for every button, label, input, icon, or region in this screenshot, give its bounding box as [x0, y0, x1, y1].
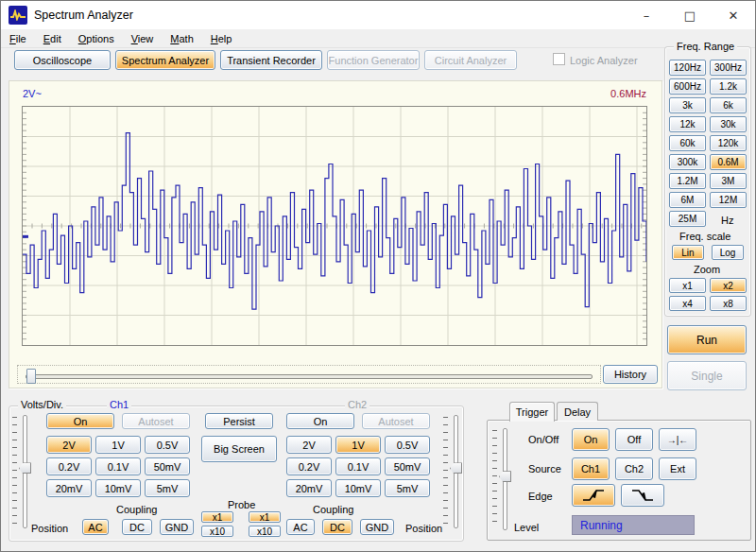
ch2-on-button[interactable]: On [286, 413, 354, 429]
ch2-autoset-button[interactable]: Autoset [362, 413, 430, 429]
ch1-20mv-button[interactable]: 20mV [46, 479, 92, 497]
ch1-0.1v-button[interactable]: 0.1V [95, 457, 141, 475]
zoom-x1-button[interactable]: x1 [669, 278, 706, 293]
freq-120k-button[interactable]: 120k [710, 135, 747, 151]
ch1-position-label: Position [31, 523, 68, 534]
ch1-10mv-button[interactable]: 10mV [95, 479, 141, 497]
freq-12m-button[interactable]: 12M [710, 192, 747, 208]
probe-ch2-x10-button[interactable]: x10 [249, 526, 281, 537]
ch1-0.5v-button[interactable]: 0.5V [145, 436, 190, 454]
minimize-button[interactable]: – [625, 1, 668, 29]
freq-12k-button[interactable]: 12k [669, 116, 706, 132]
freq-6m-button[interactable]: 6M [669, 192, 706, 208]
tab-oscilloscope[interactable]: Oscilloscope [14, 50, 111, 70]
ch2-0.2v-button[interactable]: 0.2V [286, 457, 332, 475]
tab-function-generator[interactable]: Function Generator [327, 50, 420, 70]
single-button[interactable]: Single [667, 361, 747, 390]
freq-25m-button[interactable]: 25M [669, 211, 706, 227]
ch1-on-button[interactable]: On [46, 413, 114, 429]
trigger-level-slider[interactable] [492, 428, 511, 530]
ch2-20mv-button[interactable]: 20mV [286, 479, 332, 497]
probe-ch1-x10-button[interactable]: x10 [201, 526, 233, 537]
ch1-5mv-button[interactable]: 5mV [145, 479, 190, 497]
menu-file[interactable]: File [1, 32, 35, 45]
maximize-button[interactable]: □ [668, 1, 712, 29]
menu-help[interactable]: Help [202, 32, 241, 45]
ch2-1v-button[interactable]: 1V [335, 436, 381, 454]
freq-range-readout: 0.6MHz [610, 88, 646, 99]
freq-1.2k-button[interactable]: 1.2k [710, 78, 747, 95]
freq-30k-button[interactable]: 30k [710, 116, 747, 132]
freq-300hz-button[interactable]: 300Hz [710, 60, 747, 76]
ch2-2v-button[interactable]: 2V [286, 436, 332, 454]
zoom-title: Zoom [694, 264, 720, 275]
zoom-x8-button[interactable]: x8 [710, 296, 747, 311]
ch1-1v-button[interactable]: 1V [95, 436, 141, 454]
trigger-slider-thumb[interactable] [499, 471, 511, 482]
ch1-coupling-dc-button[interactable]: DC [122, 519, 152, 535]
horizontal-position-slider[interactable] [17, 365, 601, 384]
menu-math[interactable]: Math [162, 32, 201, 45]
trigger-collide-button[interactable]: →|← [659, 428, 696, 451]
trigger-level-label: Level [514, 522, 539, 533]
ch2-0.1v-button[interactable]: 0.1V [335, 457, 381, 475]
freq-60k-button[interactable]: 60k [669, 135, 706, 151]
history-button[interactable]: History [603, 365, 658, 384]
tab-trigger[interactable]: Trigger [509, 402, 555, 422]
zoom-x2-button[interactable]: x2 [710, 278, 747, 293]
slider-thumb[interactable] [26, 369, 36, 384]
trigger-on-button[interactable]: On [572, 428, 610, 451]
ch1-autoset-button[interactable]: Autoset [122, 413, 190, 429]
ch1-0.2v-button[interactable]: 0.2V [46, 457, 92, 475]
run-button[interactable]: Run [667, 325, 747, 354]
freq-scale-log-button[interactable]: Log [712, 245, 744, 260]
menu-options[interactable]: Options [70, 32, 123, 45]
freq-6k-button[interactable]: 6k [710, 97, 747, 113]
ch2-0.5v-button[interactable]: 0.5V [385, 436, 430, 454]
big-screen-button[interactable]: Big Screen [201, 436, 277, 462]
trigger-source-label: Source [528, 463, 561, 474]
display-panel: 2V~ 0.6MHz History [9, 80, 662, 388]
ch2-10mv-button[interactable]: 10mV [335, 479, 381, 497]
trigger-edge-falling-button[interactable] [621, 484, 664, 507]
freq-scale-lin-button[interactable]: Lin [672, 245, 704, 260]
close-button[interactable]: ✕ [712, 1, 755, 29]
tab-circuit-analyzer[interactable]: Circuit Analyzer [424, 50, 517, 70]
freq-0.6m-button[interactable]: 0.6M [710, 154, 747, 170]
freq-120hz-button[interactable]: 120Hz [669, 60, 706, 76]
logic-analyzer-checkbox[interactable] [553, 53, 565, 65]
freq-300k-button[interactable]: 300k [669, 154, 706, 170]
persist-button[interactable]: Persist [205, 413, 273, 429]
ch2-coupling-gnd-button[interactable]: GND [360, 519, 394, 535]
ch1-coupling-gnd-button[interactable]: GND [160, 519, 194, 535]
trigger-source-ch2-button[interactable]: Ch2 [615, 457, 653, 480]
freq-1.2m-button[interactable]: 1.2M [669, 173, 706, 189]
menu-view[interactable]: View [123, 32, 163, 45]
trigger-source-ext-button[interactable]: Ext [659, 457, 696, 480]
tab-delay[interactable]: Delay [557, 402, 598, 421]
trigger-source-ch1-button[interactable]: Ch1 [572, 457, 610, 480]
ch2-coupling-dc-button[interactable]: DC [322, 519, 352, 535]
slider-groove [26, 374, 593, 379]
probe-ch2-x1-button[interactable]: x1 [249, 511, 281, 523]
tab-spectrum-analyzer[interactable]: Spectrum Analyzer [115, 50, 215, 70]
ch2-position-slider[interactable] [443, 415, 462, 528]
freq-3k-button[interactable]: 3k [669, 97, 706, 113]
ch2-slider-thumb[interactable] [450, 462, 462, 474]
tab-transient-recorder[interactable]: Transient Recorder [220, 50, 322, 70]
ch1-2v-button[interactable]: 2V [46, 436, 92, 454]
ch1-slider-thumb[interactable] [19, 462, 31, 474]
ch2-50mv-button[interactable]: 50mV [385, 457, 430, 475]
freq-3m-button[interactable]: 3M [710, 173, 747, 189]
trigger-edge-rising-button[interactable] [572, 484, 615, 507]
ch1-50mv-button[interactable]: 50mV [145, 457, 190, 475]
trigger-off-button[interactable]: Off [615, 428, 653, 451]
probe-ch1-x1-button[interactable]: x1 [201, 511, 233, 523]
zoom-x4-button[interactable]: x4 [669, 296, 706, 311]
freq-600hz-button[interactable]: 600Hz [669, 78, 706, 95]
menu-edit[interactable]: Edit [35, 32, 70, 45]
ch2-5mv-button[interactable]: 5mV [385, 479, 430, 497]
ch1-position-slider[interactable] [12, 415, 31, 528]
ch2-coupling-ac-button[interactable]: AC [286, 519, 315, 535]
ch1-coupling-ac-button[interactable]: AC [82, 519, 109, 535]
